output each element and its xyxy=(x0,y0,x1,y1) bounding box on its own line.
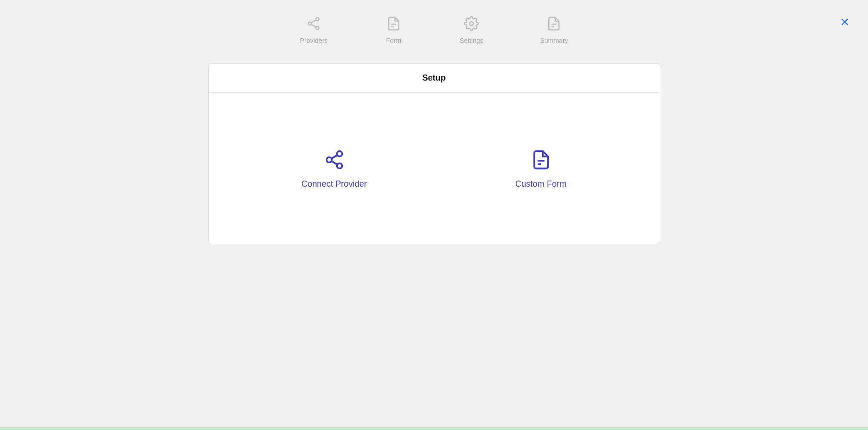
close-button[interactable]: × xyxy=(840,14,849,29)
setup-card: Setup Connect Provider xyxy=(208,63,660,244)
svg-line-14 xyxy=(332,161,337,164)
svg-point-10 xyxy=(337,151,342,156)
setup-card-title: Setup xyxy=(422,73,446,83)
svg-point-12 xyxy=(337,163,342,168)
custom-form-option[interactable]: Custom Form xyxy=(496,139,585,198)
settings-step-label: Settings xyxy=(460,37,484,44)
svg-point-11 xyxy=(326,157,332,162)
step-summary[interactable]: Summary xyxy=(540,14,568,44)
step-form[interactable]: Form xyxy=(384,14,403,44)
svg-point-0 xyxy=(316,17,319,21)
page-container: × Providers xyxy=(0,0,868,430)
providers-step-label: Providers xyxy=(300,37,328,44)
custom-form-label: Custom Form xyxy=(515,179,567,189)
step-settings[interactable]: Settings xyxy=(460,14,484,44)
providers-step-icon xyxy=(304,14,323,33)
form-step-icon xyxy=(384,14,403,33)
svg-line-13 xyxy=(332,155,337,158)
connect-provider-label: Connect Provider xyxy=(301,179,367,189)
setup-card-header: Setup xyxy=(209,64,660,93)
custom-form-icon xyxy=(529,148,553,172)
form-step-label: Form xyxy=(386,37,401,44)
setup-card-body: Connect Provider Custom Form xyxy=(209,93,660,244)
summary-step-label: Summary xyxy=(540,37,568,44)
svg-point-1 xyxy=(308,22,312,25)
wizard-steps: Providers Form Settings xyxy=(300,14,568,44)
svg-line-3 xyxy=(312,20,316,23)
summary-step-icon xyxy=(544,14,563,33)
bottom-bar xyxy=(0,427,868,430)
step-providers[interactable]: Providers xyxy=(300,14,328,44)
connect-provider-icon xyxy=(323,148,346,172)
connect-provider-option[interactable]: Connect Provider xyxy=(283,139,386,198)
svg-point-7 xyxy=(470,22,473,25)
svg-point-2 xyxy=(316,26,319,30)
settings-step-icon xyxy=(462,14,481,33)
svg-line-4 xyxy=(312,25,316,27)
